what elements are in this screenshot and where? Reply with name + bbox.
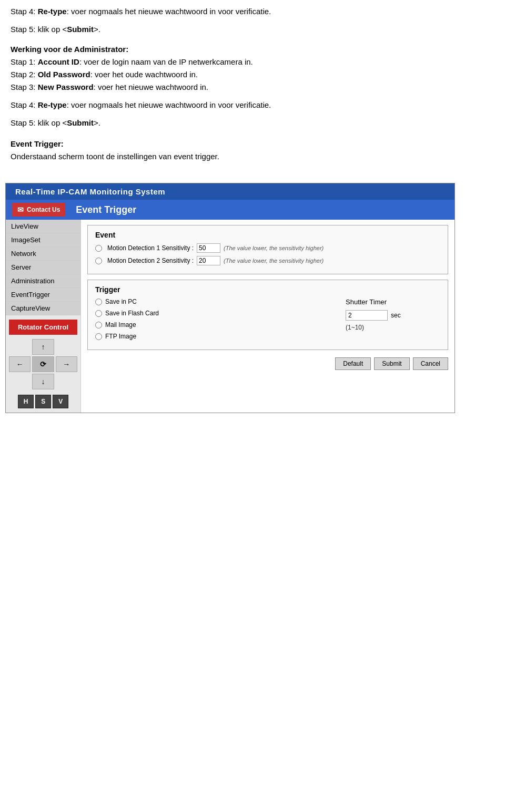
trigger-section-title: Trigger (95, 285, 440, 294)
shutter-timer-label: Shutter Timer (346, 298, 440, 306)
motion1-radio[interactable] (95, 245, 102, 252)
save-pc-label: Save in PC (105, 298, 137, 305)
trigger-left: Save in PC Save in Flash Card Mail Image (95, 298, 335, 344)
rotator-center-button[interactable]: ⟳ (32, 356, 54, 372)
rotator-up-button[interactable]: ↑ (32, 339, 54, 355)
mail-image-label: Mail Image (105, 321, 136, 328)
trigger-save-pc-row: Save in PC (95, 298, 335, 305)
ui-main: Event Motion Detection 1 Sensitivity : (… (81, 220, 454, 413)
default-button[interactable]: Default (335, 357, 371, 370)
rotator-bottom-row: H S V (6, 394, 80, 413)
ui-subheader: ✉ Contact Us Event Trigger (6, 200, 454, 220)
trigger-mail-row: Mail Image (95, 321, 335, 328)
rotator-grid: ↑ ← ⟳ → ↓ (6, 337, 80, 392)
motion1-label: Motion Detection 1 Sensitivity : (107, 244, 194, 252)
text-content: Stap 4: Re-type: voer nogmaals het nieuw… (0, 0, 505, 173)
sidebar-item-eventtrigger[interactable]: EventTrigger (6, 288, 80, 302)
trigger-save-flash-row: Save in Flash Card (95, 310, 335, 317)
event-trigger-heading: Event Trigger: Onderstaand scherm toont … (11, 138, 494, 163)
save-flash-label: Save in Flash Card (105, 310, 159, 317)
sidebar-item-imageset[interactable]: ImageSet (6, 233, 80, 247)
motion1-hint: (The value lower, the sensitivity higher… (224, 245, 324, 251)
header-title: Real-Time IP-CAM Monitoring System (15, 187, 165, 196)
motion2-hint: (The value lower, the sensitivity higher… (224, 258, 324, 264)
shutter-range: (1~10) (346, 324, 440, 331)
mail-image-radio[interactable] (95, 322, 102, 328)
trigger-ftp-row: FTP Image (95, 333, 335, 340)
contact-us-label: Contact Us (27, 206, 60, 213)
event-section-title: Event (95, 231, 440, 239)
sidebar-item-liveview[interactable]: LiveView (6, 220, 80, 233)
motion2-radio[interactable] (95, 258, 102, 264)
sidebar-item-administration[interactable]: Administration (6, 274, 80, 288)
trigger-body: Save in PC Save in Flash Card Mail Image (95, 298, 440, 344)
sidebar: LiveView ImageSet Network Server Adminis… (6, 220, 81, 413)
rotator-down-button[interactable]: ↓ (32, 374, 54, 389)
ui-body: LiveView ImageSet Network Server Adminis… (6, 220, 454, 413)
event-section: Event Motion Detection 1 Sensitivity : (… (87, 225, 448, 274)
rotator-v-button[interactable]: V (53, 395, 68, 408)
trigger-section: Trigger Save in PC Save in Flash Card (87, 280, 448, 350)
shutter-unit: sec (391, 312, 401, 319)
save-flash-radio[interactable] (95, 310, 102, 317)
motion2-label: Motion Detection 2 Sensitivity : (107, 257, 194, 264)
ui-screenshot: Real-Time IP-CAM Monitoring System ✉ Con… (5, 183, 455, 413)
sidebar-item-network[interactable]: Network (6, 247, 80, 261)
admin-heading: Werking voor de Administrator: Stap 1: A… (11, 43, 494, 94)
page-title: Event Trigger (76, 204, 136, 215)
cancel-button[interactable]: Cancel (413, 357, 448, 370)
shutter-row: sec (346, 310, 440, 321)
contact-us-button[interactable]: ✉ Contact Us (12, 203, 65, 217)
rotator-s-button[interactable]: S (35, 395, 51, 408)
trigger-right: Shutter Timer sec (1~10) (335, 298, 440, 344)
para1: Stap 4: Re-type: voer nogmaals het nieuw… (11, 5, 494, 18)
sidebar-item-captureview[interactable]: CaptureView (6, 302, 80, 315)
rotator-h-button[interactable]: H (18, 395, 34, 408)
rotator-left-button[interactable]: ← (9, 356, 31, 372)
motion1-input[interactable] (197, 243, 220, 253)
motion2-input[interactable] (197, 256, 220, 265)
ftp-image-radio[interactable] (95, 333, 102, 340)
event-motion2-row: Motion Detection 2 Sensitivity : (The va… (95, 256, 440, 265)
save-pc-radio[interactable] (95, 299, 102, 305)
ui-header: Real-Time IP-CAM Monitoring System (6, 183, 454, 200)
ftp-image-label: FTP Image (105, 333, 136, 340)
para2: Stap 5: klik op <Submit>. (11, 23, 494, 36)
submit-button[interactable]: Submit (374, 357, 409, 370)
admin-step4: Stap 4: Re-type: voer nogmaals het nieuw… (11, 99, 494, 111)
rotator-right-button[interactable]: → (56, 356, 77, 372)
shutter-value-input[interactable] (346, 310, 388, 321)
ui-footer: Default Submit Cancel (87, 357, 448, 375)
rotator-control-button[interactable]: Rotator Control (9, 320, 77, 335)
sidebar-item-server[interactable]: Server (6, 261, 80, 274)
event-motion1-row: Motion Detection 1 Sensitivity : (The va… (95, 243, 440, 253)
admin-step5: Stap 5: klik op <Submit>. (11, 117, 494, 129)
envelope-icon: ✉ (17, 205, 24, 214)
